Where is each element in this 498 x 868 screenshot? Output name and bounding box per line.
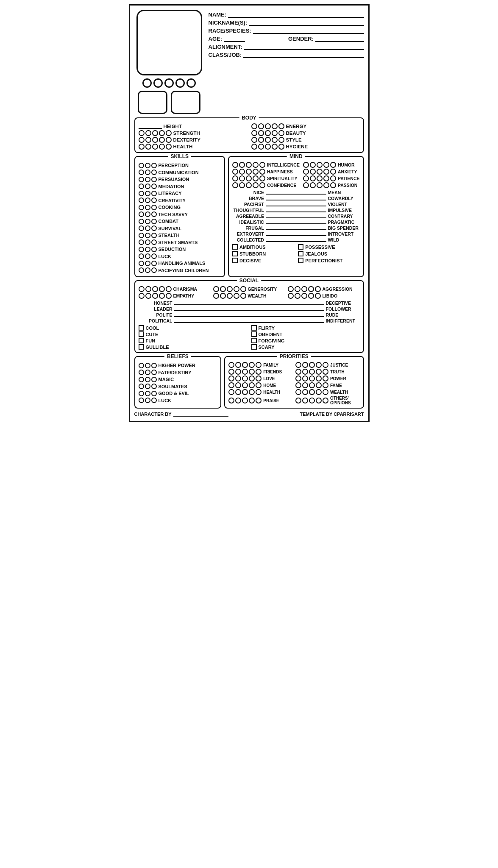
skill-circles <box>139 225 157 231</box>
scale-line[interactable] <box>266 214 326 218</box>
priority-label: FAMILY <box>263 363 278 367</box>
social-scale-left: POLITICAL <box>139 318 172 323</box>
scale-line[interactable] <box>266 226 326 230</box>
checkbox-label: JEALOUS <box>305 251 327 256</box>
social-scale-right: RUDE <box>326 312 360 317</box>
height-line[interactable] <box>139 124 162 129</box>
skill-label: PACIFYING CHILDREN <box>159 267 209 274</box>
checkbox[interactable] <box>139 344 144 350</box>
checkbox[interactable] <box>298 251 303 256</box>
skills-title: SKILLS <box>168 153 191 159</box>
checkbox[interactable] <box>251 338 257 343</box>
social-stat-label: EMPATHY <box>173 293 195 298</box>
skill-row: MEDIATION <box>139 183 221 190</box>
mind-stat-label: PATIENCE <box>338 176 360 181</box>
age-line[interactable] <box>224 36 245 42</box>
belief-label: FATE/DESTINY <box>159 369 192 376</box>
priority-circles <box>228 362 262 368</box>
checkbox[interactable] <box>298 244 303 250</box>
priority-circles <box>295 376 328 381</box>
name-line[interactable] <box>228 12 364 18</box>
scale-left: THOUGHTFUL <box>232 208 264 213</box>
checkbox-label: POSSESSIVE <box>305 245 335 250</box>
scale-right: WILD <box>328 237 360 242</box>
scale-right: PRAGMATIC <box>328 220 360 225</box>
small-box-left <box>138 91 167 114</box>
priority-circles <box>228 376 262 381</box>
scale-line[interactable] <box>174 313 324 317</box>
checkbox[interactable] <box>298 258 303 263</box>
skill-row: STREET SMARTS <box>139 239 221 246</box>
dexterity-label: DEXTERITY <box>173 137 201 142</box>
scale-line[interactable] <box>266 238 326 242</box>
classjob-line[interactable] <box>243 52 364 58</box>
scale-line[interactable] <box>174 301 324 305</box>
priority-label: TRUTH <box>330 370 345 374</box>
checkbox[interactable] <box>232 244 238 250</box>
name-label: NAME: <box>209 11 227 18</box>
priority-row: TRUTH <box>295 369 360 375</box>
checkbox[interactable] <box>232 251 238 256</box>
hygiene-label: HYGIENE <box>286 144 308 149</box>
social-stat-label: WEALTH <box>248 293 267 298</box>
mind-stat-circles <box>232 182 265 188</box>
scale-line[interactable] <box>266 202 326 206</box>
skills-inner: PERCEPTION COMMUNICATION PERSUASION MEDI… <box>139 162 221 274</box>
gender-line[interactable] <box>315 36 364 42</box>
race-line[interactable] <box>253 28 364 34</box>
checkbox[interactable] <box>139 338 144 343</box>
mind-stat-label: HUMOR <box>338 162 355 167</box>
social-stat-row: CHARISMA <box>139 286 211 292</box>
priority-row: OTHERS' OPINIONS <box>295 396 360 405</box>
mind-stats-grid: INTELLIGENCE HUMOR HAPPINESS ANXIETY SPI… <box>232 162 360 188</box>
skill-circles <box>139 267 157 273</box>
skill-circles <box>139 184 157 189</box>
skill-circles <box>139 198 157 203</box>
skill-row: STEALTH <box>139 232 221 239</box>
priority-circles <box>228 369 262 375</box>
belief-row: HIGHER POWER <box>139 362 217 369</box>
checkbox[interactable] <box>139 325 144 331</box>
social-scale-row: HONEST DECEPTIVE <box>139 300 360 306</box>
mind-stat-label: ANXIETY <box>338 169 357 174</box>
skill-label: LUCK <box>159 253 172 260</box>
scale-right: INTROVERT <box>328 231 360 236</box>
character-by-line[interactable] <box>173 412 228 417</box>
scale-line[interactable] <box>266 196 326 200</box>
nickname-line[interactable] <box>249 20 364 26</box>
scale-line[interactable] <box>266 220 326 224</box>
scale-right: IMPULSIVE <box>328 208 360 213</box>
strength-row: STRENGTH <box>139 130 247 136</box>
social-stat-row: AGGRESSION <box>288 286 360 292</box>
beliefs-priorities-row: BELIEFS HIGHER POWER FATE/DESTINY MAGIC … <box>134 356 364 409</box>
priority-label: POWER <box>330 376 346 381</box>
scale-left: PACIFIST <box>232 202 264 207</box>
checkbox[interactable] <box>139 331 144 337</box>
skill-circles <box>139 191 157 196</box>
mind-checkbox-row: PERFECTIONIST <box>298 258 359 263</box>
checkbox[interactable] <box>251 331 257 337</box>
nickname-label: NICKNAME(S): <box>209 19 248 26</box>
mind-scale-row: AGREEABLE CONTRARY <box>232 214 360 219</box>
belief-row: GOOD & EVIL <box>139 390 217 397</box>
scale-line[interactable] <box>266 190 326 195</box>
belief-circles <box>139 391 157 396</box>
alignment-row: ALIGNMENT: <box>209 44 364 50</box>
checkbox[interactable] <box>251 325 257 331</box>
scale-line[interactable] <box>266 208 326 212</box>
scale-line[interactable] <box>174 307 324 311</box>
skill-row: PACIFYING CHILDREN <box>139 267 221 274</box>
avatar-box <box>136 10 202 75</box>
priority-circles <box>295 362 328 368</box>
social-scales: HONEST DECEPTIVE LEADER FOLLOWER POLITE … <box>139 300 360 323</box>
social-scale-left: POLITE <box>139 312 172 317</box>
scale-line[interactable] <box>174 319 324 323</box>
checkbox[interactable] <box>232 258 238 263</box>
priority-label: OTHERS' OPINIONS <box>330 396 360 405</box>
height-label: HEIGHT <box>164 124 182 129</box>
alignment-line[interactable] <box>244 44 364 50</box>
priority-circles <box>295 389 328 395</box>
scale-line[interactable] <box>266 232 326 236</box>
mind-checkbox-row: POSSESSIVE <box>298 244 359 250</box>
checkbox[interactable] <box>251 344 257 350</box>
